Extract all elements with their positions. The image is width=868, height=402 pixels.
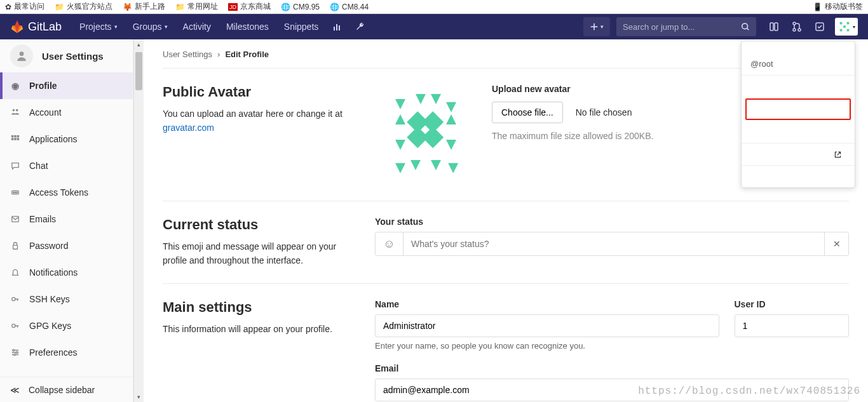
sidebar-item-profile[interactable]: ◉Profile [0, 72, 133, 99]
svg-rect-22 [14, 138, 17, 140]
dropdown-contribute[interactable]: Contribute to GitLab [742, 144, 855, 165]
bookmark-item[interactable]: 📁常用网址 [175, 1, 218, 12]
sidebar-item-gpg-keys[interactable]: GPG Keys [0, 312, 133, 339]
sidebar-item-password[interactable]: Password [0, 232, 133, 259]
svg-point-33 [16, 352, 18, 354]
svg-marker-49 [395, 163, 405, 173]
sidebar-item-ssh-keys[interactable]: SSH Keys [0, 286, 133, 312]
status-input[interactable] [403, 232, 824, 255]
dropdown-help[interactable]: Help [742, 121, 855, 143]
svg-rect-20 [17, 135, 20, 138]
svg-marker-38 [446, 102, 456, 112]
svg-rect-13 [840, 29, 843, 32]
search-input[interactable] [623, 22, 741, 32]
section-description: This emoji and message will appear on yo… [163, 239, 360, 268]
sidebar-header[interactable]: User Settings [0, 39, 133, 72]
browser-bookmarks-bar: ✿最常访问 📁火狐官方站点 🦊新手上路 📁常用网址 JD京东商城 🌐CM9.95… [0, 0, 868, 14]
collapse-sidebar[interactable]: ≪ Collapse sidebar [0, 377, 133, 402]
section-title: Public Avatar [163, 84, 360, 100]
activity-chart-icon[interactable] [326, 14, 349, 39]
sidebar-item-account[interactable]: Account [0, 99, 133, 126]
search-box[interactable] [616, 17, 756, 36]
key-icon [10, 295, 20, 304]
section-description: You can upload an avatar here or change … [163, 107, 360, 135]
svg-point-31 [12, 324, 15, 327]
nav-milestones[interactable]: Milestones [219, 14, 276, 39]
sidebar-item-applications[interactable]: Applications [0, 126, 133, 152]
name-label: Name [375, 299, 719, 309]
svg-point-32 [13, 349, 15, 351]
profile-icon: ◉ [10, 81, 20, 91]
dropdown-username: Administrator [750, 48, 846, 58]
user-icon [10, 44, 33, 67]
apps-icon [10, 135, 20, 144]
svg-rect-0 [334, 27, 335, 30]
svg-marker-50 [448, 163, 458, 173]
dropdown-signout[interactable]: Sign out [742, 166, 855, 187]
svg-marker-46 [446, 140, 456, 150]
avatar-identicon-icon [837, 20, 851, 34]
choose-file-button[interactable]: Choose file... [492, 102, 563, 123]
nav-projects[interactable]: Projects▾ [72, 14, 125, 39]
dropdown-header: Administrator @root [742, 41, 855, 76]
gitlab-icon [10, 20, 24, 34]
bookmark-item[interactable]: 🦊新手上路 [123, 1, 165, 12]
nav-items: Projects▾ Groups▾ Activity Milestones Sn… [72, 14, 372, 39]
gravatar-link[interactable]: gravatar.com [163, 123, 214, 133]
dropdown-settings[interactable]: Settings [745, 98, 851, 120]
sidebar-item-emails[interactable]: Emails [0, 206, 133, 232]
dropdown-profile[interactable]: Profile [742, 76, 855, 97]
bookmark-item[interactable]: JD京东商城 [228, 1, 271, 12]
sidebar-title: User Settings [42, 51, 104, 62]
sidebar-item-preferences[interactable]: Preferences [0, 339, 133, 366]
chevron-down-icon: ▾ [853, 24, 855, 30]
sidebar-item-access-tokens[interactable]: Access Tokens [0, 179, 133, 206]
svg-rect-1 [336, 24, 337, 30]
merge-requests-icon[interactable] [785, 14, 808, 39]
svg-point-26 [15, 192, 16, 193]
nav-activity[interactable]: Activity [175, 14, 219, 39]
sidebar-item-chat[interactable]: Chat [0, 152, 133, 179]
svg-rect-14 [847, 29, 850, 32]
bookmark-item[interactable]: 🌐CM9.95 [281, 3, 320, 11]
emoji-picker-button[interactable]: ☺ [376, 232, 403, 255]
status-label: Your status [375, 217, 849, 227]
gitlab-logo[interactable]: GitLab [10, 20, 62, 34]
email-label: Email [375, 363, 849, 373]
svg-marker-48 [431, 160, 441, 170]
svg-marker-44 [446, 114, 456, 124]
name-input[interactable] [375, 314, 719, 337]
userid-input[interactable] [735, 314, 850, 337]
search-icon [741, 22, 750, 31]
new-project-button[interactable]: ▾ [583, 17, 610, 36]
nav-snippets[interactable]: Snippets [276, 14, 326, 39]
current-avatar [375, 84, 477, 185]
issues-icon[interactable] [763, 14, 785, 39]
bookmark-item[interactable]: ✿最常访问 [5, 1, 44, 12]
svg-marker-36 [416, 94, 426, 104]
bookmark-item[interactable]: 🌐CM8.44 [330, 3, 369, 11]
sidebar-item-notifications[interactable]: Notifications [0, 259, 133, 286]
svg-marker-43 [395, 114, 405, 124]
todos-icon[interactable] [808, 14, 831, 39]
admin-wrench-icon[interactable] [349, 14, 372, 39]
svg-rect-11 [847, 22, 850, 25]
svg-rect-5 [775, 23, 778, 30]
email-input[interactable] [375, 379, 849, 401]
svg-point-34 [14, 354, 16, 356]
svg-point-6 [793, 22, 796, 25]
clear-status-button[interactable]: ✕ [824, 232, 848, 255]
svg-marker-45 [395, 140, 405, 150]
svg-rect-4 [770, 23, 773, 30]
breadcrumb-root[interactable]: User Settings [163, 50, 212, 59]
user-menu-button[interactable]: ▾ [835, 18, 858, 36]
nav-groups[interactable]: Groups▾ [125, 14, 175, 39]
svg-point-15 [20, 51, 24, 56]
user-dropdown: Administrator @root Profile Settings Hel… [741, 41, 855, 188]
sidebar: User Settings ◉Profile Account Applicati… [0, 39, 133, 402]
bookmark-item[interactable]: 📁火狐官方站点 [55, 1, 112, 12]
sidebar-scrollbar[interactable]: ▴ ▾ [133, 39, 144, 402]
top-navigation: GitLab Projects▾ Groups▾ Activity Milest… [0, 14, 868, 39]
bookmark-mobile[interactable]: 📱移动版书签 [813, 1, 863, 12]
plus-icon [590, 22, 599, 31]
